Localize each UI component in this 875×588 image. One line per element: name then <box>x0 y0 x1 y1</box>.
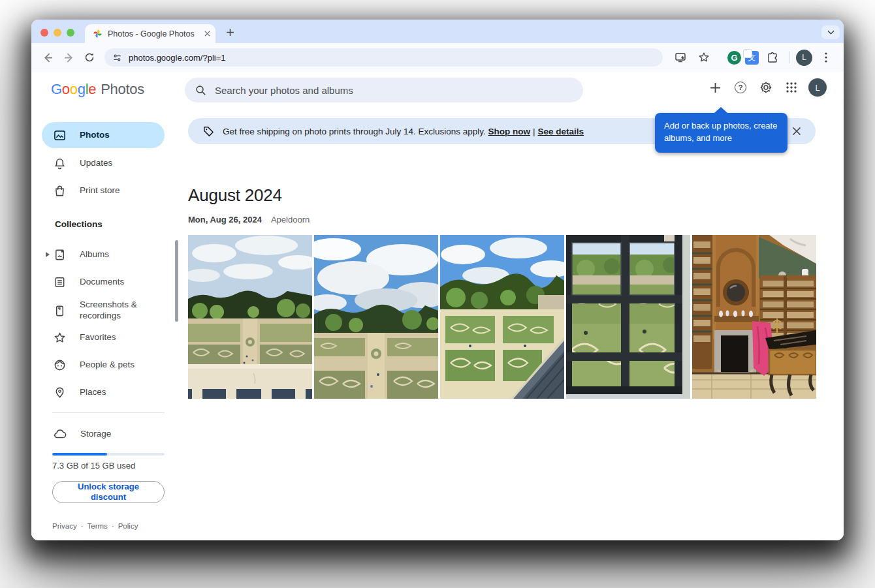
close-tab-icon[interactable] <box>204 31 210 37</box>
photo-thumbnail[interactable] <box>440 235 564 399</box>
screenshots-icon <box>54 305 66 317</box>
banner-close-button[interactable] <box>787 121 806 141</box>
document-icon <box>54 276 66 288</box>
url-text[interactable]: photos.google.com/?pli=1 <box>129 53 226 63</box>
sidebar-scrollbar[interactable] <box>175 240 178 322</box>
album-icon <box>54 249 66 261</box>
sidebar-item-people-pets[interactable]: People & pets <box>42 352 165 378</box>
logo-photos-word: Photos <box>101 81 144 98</box>
sidebar-item-favorites[interactable]: Favorites <box>42 324 165 350</box>
sidebar-item-print-store[interactable]: Print store <box>42 178 165 204</box>
terms-link[interactable]: Terms <box>88 522 108 530</box>
google-photos-logo[interactable]: G o o g l e Photos <box>51 81 144 98</box>
grammarly-extension-icon[interactable]: G <box>727 51 741 65</box>
unlock-storage-discount-button[interactable]: Unlock storage discount <box>52 481 165 503</box>
google-photos-favicon <box>93 29 103 39</box>
new-tab-button[interactable] <box>223 25 237 39</box>
browser-toolbar: photos.google.com/?pli=1 G 文 L <box>31 43 844 72</box>
sidebar-divider <box>52 412 165 413</box>
settings-button[interactable] <box>757 79 774 96</box>
month-heading: August 2024 <box>188 185 282 206</box>
privacy-link[interactable]: Privacy <box>52 522 77 530</box>
shopping-bag-icon <box>54 185 66 197</box>
photo-thumbnail[interactable] <box>566 235 690 399</box>
sidebar-item-photos[interactable]: Photos <box>42 122 165 148</box>
storage-progress-bar <box>52 453 165 456</box>
apps-grid-icon <box>786 82 797 93</box>
face-icon <box>54 359 66 371</box>
photos-icon <box>54 129 66 142</box>
tag-icon <box>202 125 215 138</box>
star-icon <box>54 332 66 344</box>
photo-grid-row <box>188 235 816 399</box>
install-app-icon[interactable] <box>671 48 690 67</box>
banner-text: Get free shipping on photo prints throug… <box>223 127 486 136</box>
site-settings-icon[interactable] <box>112 53 122 63</box>
tooltip-text: Add or back up photos, create albums, an… <box>664 121 777 143</box>
close-icon <box>792 127 801 136</box>
sidebar-item-albums[interactable]: Albums <box>42 241 165 268</box>
main-content: Get free shipping on photo prints throug… <box>188 108 844 540</box>
date-label: Mon, Aug 26, 2024 <box>188 215 262 224</box>
browser-tab[interactable]: Photos - Google Photos <box>85 24 215 43</box>
address-bar[interactable]: photos.google.com/?pli=1 <box>104 48 663 67</box>
add-tooltip: Add or back up photos, create albums, an… <box>655 113 788 153</box>
policy-link[interactable]: Policy <box>118 522 138 530</box>
search-bar[interactable] <box>185 78 583 102</box>
translate-extension-icon[interactable]: 文 <box>745 51 759 65</box>
minimize-window-button[interactable] <box>54 29 61 37</box>
help-button[interactable]: ? <box>732 79 749 96</box>
google-apps-button[interactable] <box>783 79 800 96</box>
sidebar-item-documents[interactable]: Documents <box>42 269 165 295</box>
cloud-icon <box>54 427 67 441</box>
app-header: G o o g l e Photos ? <box>31 72 844 108</box>
storage-progress-fill <box>52 453 107 456</box>
account-avatar[interactable]: L <box>808 78 827 97</box>
storage-used-text: 7.3 GB of 15 GB used <box>52 461 135 471</box>
sidebar-item-updates[interactable]: Updates <box>42 150 165 176</box>
toolbar-separator <box>789 52 789 63</box>
location-label[interactable]: Apeldoorn <box>271 215 310 224</box>
tooltip-arrow <box>714 107 727 113</box>
close-window-button[interactable] <box>40 29 48 37</box>
sidebar-item-places[interactable]: Places <box>42 379 165 405</box>
zoom-window-button[interactable] <box>67 29 74 37</box>
tab-title: Photos - Google Photos <box>108 29 199 39</box>
place-pin-icon <box>54 386 66 399</box>
photo-thumbnail[interactable] <box>692 235 816 399</box>
google-photos-page: G o o g l e Photos ? <box>31 72 844 540</box>
reload-button[interactable] <box>80 48 99 67</box>
search-icon <box>195 85 206 96</box>
photo-thumbnail[interactable] <box>314 235 438 399</box>
bookmark-star-icon[interactable] <box>694 48 714 67</box>
collections-header: Collections <box>55 219 103 229</box>
tab-search-chevron-button[interactable] <box>821 25 840 39</box>
sidebar-footer: Privacy · Terms · Policy <box>52 522 138 530</box>
sidebar: Photos Updates Print store Collections A… <box>31 108 188 540</box>
browser-profile-avatar[interactable]: L <box>796 50 812 66</box>
bell-icon <box>54 157 66 170</box>
shop-now-link[interactable]: Shop now <box>488 127 531 136</box>
extensions-puzzle-icon[interactable] <box>763 48 782 67</box>
sidebar-item-storage[interactable]: Storage <box>42 421 165 447</box>
back-button[interactable] <box>38 48 57 67</box>
add-create-button[interactable] <box>707 79 724 96</box>
toolbar-separator <box>720 52 721 63</box>
photo-thumbnail[interactable] <box>188 235 312 399</box>
help-icon: ? <box>735 82 746 93</box>
tab-strip: Photos - Google Photos <box>31 20 844 43</box>
browser-menu-kebab-icon[interactable] <box>816 48 836 67</box>
search-input[interactable] <box>215 85 573 96</box>
gear-icon <box>759 81 772 94</box>
browser-window: Photos - Google Photos photos.goog <box>31 20 844 540</box>
see-details-link[interactable]: See details <box>538 127 584 136</box>
sidebar-item-screenshots[interactable]: Screenshots & recordings <box>42 292 165 329</box>
forward-button[interactable] <box>59 48 78 67</box>
